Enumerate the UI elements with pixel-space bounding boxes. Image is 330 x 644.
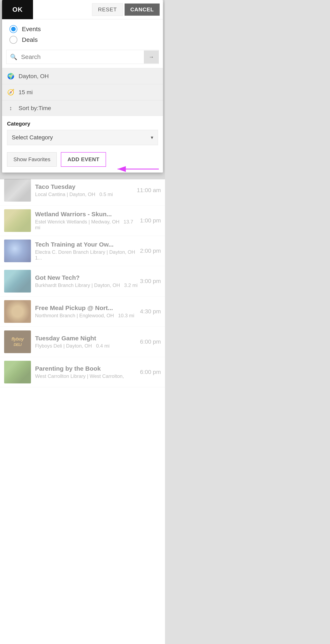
event-time: 6:00 pm xyxy=(140,338,161,345)
event-content: Taco Tuesday Local Cantina | Dayton, OH … xyxy=(35,183,135,197)
sort-filter[interactable]: ↕ Sort by:Time xyxy=(2,100,163,116)
show-favorites-button[interactable]: Show Favorites xyxy=(7,152,57,166)
list-item[interactable]: flyboyDELI Tuesday Game Night Flyboys De… xyxy=(0,327,165,357)
radio-group: Events Deals xyxy=(2,20,163,48)
location-filter[interactable]: 🌍 Dayton, OH xyxy=(2,68,163,84)
event-title: Tech Training at Your Ow... xyxy=(35,241,138,248)
list-item[interactable]: Taco Tuesday Local Cantina | Dayton, OH … xyxy=(0,175,165,206)
list-item[interactable]: Wetland Warriors - Skun... Estel Wenrick… xyxy=(0,206,165,236)
event-content: Parenting by the Book West Carrollton Li… xyxy=(35,365,138,379)
event-venue: West Carrollton Library | West Carrolton… xyxy=(35,373,138,379)
search-icon: 🔍 xyxy=(7,50,21,64)
radio-deals-circle xyxy=(10,36,17,44)
compass-icon: 🧭 xyxy=(7,89,15,96)
header-actions: RESET CANCEL xyxy=(89,0,163,19)
event-time: 4:30 pm xyxy=(140,308,161,315)
event-content: Free Meal Pickup @ Nort... Northmont Bra… xyxy=(35,304,138,318)
filter-modal: OK RESET CANCEL Events Deals 🔍 → 🌍 Dayto… xyxy=(2,0,163,172)
event-content: Tuesday Game Night Flyboys Deli | Dayton… xyxy=(35,335,138,349)
category-label: Category xyxy=(7,120,158,127)
distance-text: 15 mi xyxy=(19,89,33,96)
bottom-buttons: Show Favorites ADD EVENT xyxy=(2,148,163,172)
category-section: Category Select Category ▾ xyxy=(2,116,163,148)
radio-events-circle xyxy=(10,25,17,33)
chevron-down-icon: ▾ xyxy=(151,134,153,140)
radio-deals[interactable]: Deals xyxy=(10,36,156,44)
ok-button[interactable]: OK xyxy=(2,0,33,19)
event-venue: Flyboys Deli | Dayton, OH 0.4 mi xyxy=(35,343,138,349)
sort-icon: ↕ xyxy=(7,105,15,112)
event-venue: Local Cantina | Dayton, OH 0.5 mi xyxy=(35,192,135,197)
distance-filter[interactable]: 🧭 15 mi xyxy=(2,84,163,100)
event-venue: Estel Wenrick Wetlands | Medway, OH 13.7… xyxy=(35,219,138,230)
globe-icon: 🌍 xyxy=(7,73,15,80)
event-time: 11:00 am xyxy=(137,187,161,194)
search-input[interactable] xyxy=(21,50,144,64)
event-time: 2:00 pm xyxy=(140,248,161,254)
list-item[interactable]: Got New Tech? Burkhardt Branch Library |… xyxy=(0,266,165,296)
sort-text: Sort by:Time xyxy=(19,105,51,112)
event-venue: Northmont Branch | Englewood, OH 10.3 mi xyxy=(35,313,138,318)
search-submit-button[interactable]: → xyxy=(144,50,159,64)
event-title: Got New Tech? xyxy=(35,274,138,281)
event-content: Tech Training at Your Ow... Electra C. D… xyxy=(35,241,138,261)
event-title: Wetland Warriors - Skun... xyxy=(35,211,138,218)
event-title: Parenting by the Book xyxy=(35,365,138,372)
event-time: 1:00 pm xyxy=(140,217,161,224)
cancel-button[interactable]: CANCEL xyxy=(125,4,160,16)
event-venue: Burkhardt Branch Library | Dayton, OH 3.… xyxy=(35,282,138,288)
category-select[interactable]: Select Category ▾ xyxy=(7,130,158,145)
search-bar: 🔍 → xyxy=(6,50,159,64)
list-item[interactable]: Parenting by the Book West Carrollton Li… xyxy=(0,357,165,387)
location-text: Dayton, OH xyxy=(19,73,49,80)
modal-header: OK RESET CANCEL xyxy=(2,0,163,20)
list-item[interactable]: Free Meal Pickup @ Nort... Northmont Bra… xyxy=(0,296,165,327)
radio-deals-label: Deals xyxy=(22,36,38,43)
list-item[interactable]: Tech Training at Your Ow... Electra C. D… xyxy=(0,236,165,266)
add-event-button[interactable]: ADD EVENT xyxy=(61,152,106,167)
event-title: Tuesday Game Night xyxy=(35,335,138,342)
event-title: Free Meal Pickup @ Nort... xyxy=(35,304,138,312)
radio-events[interactable]: Events xyxy=(10,25,156,33)
event-time: 3:00 pm xyxy=(140,278,161,284)
event-time: 6:00 pm xyxy=(140,369,161,376)
event-venue: Electra C. Doren Branch Library | Dayton… xyxy=(35,249,138,261)
event-title: Taco Tuesday xyxy=(35,183,135,190)
category-select-text: Select Category xyxy=(12,134,151,141)
event-content: Wetland Warriors - Skun... Estel Wenrick… xyxy=(35,211,138,230)
radio-events-label: Events xyxy=(22,26,41,32)
event-content: Got New Tech? Burkhardt Branch Library |… xyxy=(35,274,138,288)
reset-button[interactable]: RESET xyxy=(92,3,123,16)
